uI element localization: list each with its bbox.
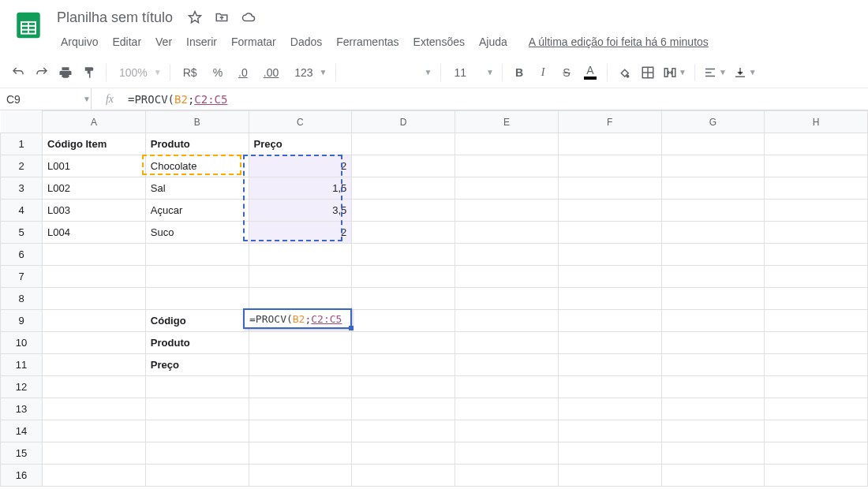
cell-F6[interactable] bbox=[558, 244, 661, 266]
cell-C1[interactable]: Preço bbox=[249, 133, 352, 155]
cell-G3[interactable] bbox=[661, 177, 765, 200]
cell-C6[interactable] bbox=[249, 244, 352, 266]
menu-ferramentas[interactable]: Ferramentas bbox=[329, 32, 406, 51]
cell-A2[interactable]: L001 bbox=[43, 155, 146, 177]
menu-dados[interactable]: Dados bbox=[283, 32, 329, 51]
cell-G12[interactable] bbox=[661, 376, 765, 398]
cell-H12[interactable] bbox=[765, 376, 868, 398]
cell-D3[interactable] bbox=[352, 177, 455, 200]
cell-E14[interactable] bbox=[455, 420, 559, 442]
cell-H2[interactable] bbox=[765, 155, 868, 177]
cell-G10[interactable] bbox=[661, 332, 765, 354]
row-header-13[interactable]: 13 bbox=[1, 398, 43, 420]
cell-A10[interactable] bbox=[43, 332, 146, 354]
cell-A7[interactable] bbox=[43, 266, 146, 288]
cell-E7[interactable] bbox=[455, 266, 559, 288]
cell-G1[interactable] bbox=[661, 133, 765, 155]
row-header-12[interactable]: 12 bbox=[1, 376, 43, 398]
cell-G9[interactable] bbox=[661, 310, 765, 332]
move-to-folder-icon[interactable] bbox=[214, 9, 230, 25]
italic-button[interactable]: I bbox=[531, 62, 555, 84]
cell-A14[interactable] bbox=[43, 420, 146, 442]
cell-G13[interactable] bbox=[661, 398, 765, 420]
cell-E2[interactable] bbox=[455, 155, 559, 177]
redo-button[interactable] bbox=[30, 62, 54, 84]
cell-D11[interactable] bbox=[352, 354, 455, 376]
select-all-corner[interactable] bbox=[1, 111, 43, 133]
cell-F3[interactable] bbox=[558, 177, 661, 200]
cell-E12[interactable] bbox=[455, 376, 559, 398]
row-header-4[interactable]: 4 bbox=[1, 200, 43, 222]
cell-C4[interactable]: 3,5 bbox=[249, 200, 352, 222]
cell-C10[interactable] bbox=[249, 332, 352, 354]
cell-D4[interactable] bbox=[352, 200, 455, 222]
cell-A15[interactable] bbox=[43, 442, 146, 465]
decrease-decimal-button[interactable]: .0 bbox=[230, 62, 256, 84]
cell-D10[interactable] bbox=[352, 332, 455, 354]
cell-E10[interactable] bbox=[455, 332, 559, 354]
cell-E13[interactable] bbox=[455, 398, 559, 420]
cell-H13[interactable] bbox=[765, 398, 868, 420]
cell-C14[interactable] bbox=[249, 420, 352, 442]
cell-F11[interactable] bbox=[558, 354, 661, 376]
zoom-dropdown[interactable]: 100%▼ bbox=[111, 62, 165, 84]
cell-G7[interactable] bbox=[661, 266, 765, 288]
cell-B11[interactable]: Preço bbox=[145, 354, 249, 376]
cell-H4[interactable] bbox=[765, 200, 868, 222]
cell-F15[interactable] bbox=[558, 442, 661, 465]
cell-E9[interactable] bbox=[455, 310, 559, 332]
cell-G15[interactable] bbox=[661, 442, 765, 465]
cell-D6[interactable] bbox=[352, 244, 455, 266]
cell-F12[interactable] bbox=[558, 376, 661, 398]
font-family-dropdown[interactable]: ▼ bbox=[341, 62, 436, 84]
cell-C16[interactable] bbox=[249, 465, 352, 487]
last-edit-link[interactable]: A última edição foi feita há 6 minutos bbox=[529, 35, 709, 48]
sheets-logo[interactable] bbox=[13, 9, 44, 41]
cell-D15[interactable] bbox=[352, 442, 455, 465]
cell-C11[interactable] bbox=[249, 354, 352, 376]
cell-D9[interactable] bbox=[352, 310, 455, 332]
cell-D12[interactable] bbox=[352, 376, 455, 398]
cell-D1[interactable] bbox=[352, 133, 455, 155]
menu-inserir[interactable]: Inserir bbox=[179, 32, 224, 51]
cell-H8[interactable] bbox=[765, 288, 868, 310]
star-icon[interactable] bbox=[187, 9, 203, 25]
doc-title[interactable]: Planilha sem título bbox=[54, 8, 176, 28]
cell-H15[interactable] bbox=[765, 442, 868, 465]
cell-E5[interactable] bbox=[455, 222, 559, 244]
cell-E4[interactable] bbox=[455, 200, 559, 222]
menu-formatar[interactable]: Formatar bbox=[224, 32, 283, 51]
borders-button[interactable] bbox=[636, 62, 660, 84]
cell-E3[interactable] bbox=[455, 177, 559, 200]
cell-F1[interactable] bbox=[558, 133, 661, 155]
col-header-D[interactable]: D bbox=[352, 111, 455, 133]
menu-editar[interactable]: Editar bbox=[105, 32, 148, 51]
cell-C15[interactable] bbox=[249, 442, 352, 465]
cell-H10[interactable] bbox=[765, 332, 868, 354]
row-header-6[interactable]: 6 bbox=[1, 244, 43, 266]
col-header-F[interactable]: F bbox=[558, 111, 661, 133]
print-button[interactable] bbox=[54, 62, 77, 84]
cell-G11[interactable] bbox=[661, 354, 765, 376]
cell-A9[interactable] bbox=[43, 310, 146, 332]
cell-E15[interactable] bbox=[455, 442, 559, 465]
strike-button[interactable]: S bbox=[555, 62, 578, 84]
cell-F7[interactable] bbox=[558, 266, 661, 288]
row-header-16[interactable]: 16 bbox=[1, 465, 43, 487]
fill-color-button[interactable] bbox=[612, 62, 636, 84]
cell-D16[interactable] bbox=[352, 465, 455, 487]
formula-bar[interactable]: =PROCV(B2;C2:C5 bbox=[128, 93, 227, 106]
cell-B6[interactable] bbox=[145, 244, 249, 266]
format-currency-button[interactable]: R$ bbox=[175, 62, 205, 84]
cell-H7[interactable] bbox=[765, 266, 868, 288]
cell-H3[interactable] bbox=[765, 177, 868, 200]
cell-H1[interactable] bbox=[765, 133, 868, 155]
row-header-8[interactable]: 8 bbox=[1, 288, 43, 310]
cell-C7[interactable] bbox=[249, 266, 352, 288]
cell-C13[interactable] bbox=[249, 398, 352, 420]
cell-B5[interactable]: Suco bbox=[145, 222, 249, 244]
col-header-G[interactable]: G bbox=[661, 111, 765, 133]
cell-F8[interactable] bbox=[558, 288, 661, 310]
cell-H11[interactable] bbox=[765, 354, 868, 376]
cell-B3[interactable]: Sal bbox=[145, 177, 249, 200]
